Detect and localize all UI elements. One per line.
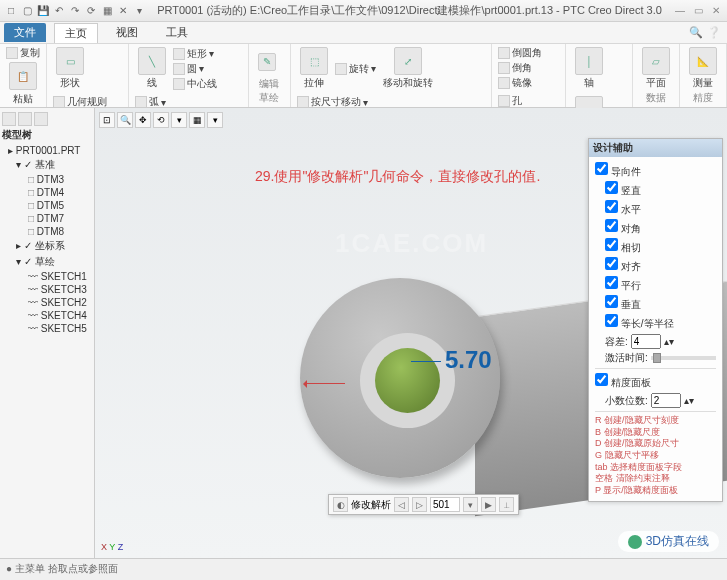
context-toolbar: ◐ 修改解析 ◁ ▷ 501 ▾ ▶ ⟂ [328,494,519,515]
style-icon[interactable]: ▦ [189,112,205,128]
check-diagonal[interactable]: 对角 [605,218,716,237]
tree-header: 模型树 [2,128,92,142]
extrude-button[interactable]: ⬚拉伸 [297,46,331,91]
redo-icon[interactable]: ↷ [68,4,82,18]
axis-button[interactable]: │轴 [572,46,606,91]
tree-item[interactable]: DTM8 [2,225,92,238]
hole-dimension[interactable]: 5.70 [411,346,492,374]
decimals-input[interactable] [651,393,681,408]
check-horizontal[interactable]: 水平 [605,199,716,218]
move-rotate-button[interactable]: ⤢移动和旋转 [380,46,436,91]
ctx-cmd-icon[interactable]: ◐ [333,497,348,512]
ribbon-tabs: 文件 主页 视图 工具 🔍 ❔ [0,22,727,44]
tree-item[interactable]: 〰 SKETCH1 [2,270,92,283]
tree-filter-icon[interactable] [18,112,32,126]
check-equal[interactable]: 等长/等半径 [605,313,716,332]
pan-icon[interactable]: ✥ [135,112,151,128]
minimize-icon[interactable]: — [673,4,687,18]
dim-move-button[interactable]: 按尺寸移动▾ [297,95,368,109]
tree-item[interactable]: DTM3 [2,173,92,186]
ctx-value-input[interactable]: 501 [430,497,460,512]
brand-icon [628,535,642,549]
spinner-icon[interactable]: ▴▾ [684,395,694,406]
line-button[interactable]: ╲线 [135,46,169,91]
tree-sketch-group[interactable]: ▾ ✓ 草绘 [2,254,92,270]
tools-tab[interactable]: 工具 [156,23,198,42]
delay-slider[interactable] [651,356,716,360]
windows-icon[interactable]: ▦ [100,4,114,18]
hole-button[interactable]: 孔 [498,94,532,108]
tree-item[interactable]: DTM7 [2,212,92,225]
tolerance-row: 容差: ▴▾ [605,334,716,349]
edit-sketch-button[interactable]: ✎ [255,52,279,72]
tolerance-input[interactable] [631,334,661,349]
window-title: PRT0001 (活动的) E:\Creo工作目录\工作文件\0912\Dire… [146,3,673,18]
check-perp[interactable]: 垂直 [605,294,716,313]
rotate-icon[interactable]: ⟲ [153,112,169,128]
delay-row: 激活时间: [605,351,716,365]
close-win-icon[interactable]: ✕ [116,4,130,18]
copy-button[interactable]: 复制 [6,46,40,60]
measure-button[interactable]: 📐测量 [686,46,720,91]
tree-item[interactable]: DTM4 [2,186,92,199]
search-icon[interactable]: 🔍 [689,26,703,39]
ctx-next-icon[interactable]: ▷ [412,497,427,512]
precision-section-check[interactable]: 精度面板 [595,372,716,391]
save-icon[interactable]: 💾 [36,4,50,18]
close-icon[interactable]: ✕ [709,4,723,18]
ctx-prev-icon[interactable]: ◁ [394,497,409,512]
ctx-accept-icon[interactable]: ▶ [481,497,496,512]
decimals-row: 小数位数: ▴▾ [595,393,716,408]
geom-rule-button[interactable]: 几何规则 [53,95,107,109]
new-icon[interactable]: □ [4,4,18,18]
view-dd-icon[interactable]: ▾ [171,112,187,128]
view-tab[interactable]: 视图 [106,23,148,42]
instruction-annotation: 29.使用"修改解析"几何命令，直接修改孔的值. [255,168,540,186]
tree-csys-group[interactable]: ▸ ✓ 坐标系 [2,238,92,254]
check-align[interactable]: 对齐 [605,256,716,275]
more-icon[interactable]: ▾ [132,4,146,18]
chamfer-button[interactable]: 倒角 [498,61,542,75]
tree-item[interactable]: 〰 SKETCH4 [2,309,92,322]
check-tangent[interactable]: 相切 [605,237,716,256]
style-dd-icon[interactable]: ▾ [207,112,223,128]
tree-expand-icon[interactable] [2,112,16,126]
tree-settings-icon[interactable] [34,112,48,126]
paste-button[interactable]: 📋粘贴 [6,61,40,107]
fit-icon[interactable]: ⊡ [99,112,115,128]
home-tab[interactable]: 主页 [54,23,98,43]
arc-button[interactable]: 弧▾ [135,95,169,109]
mirror-button[interactable]: 镜像 [498,76,542,90]
undo-icon[interactable]: ↶ [52,4,66,18]
shape-select-button[interactable]: ▭形状 [53,46,87,91]
circle-button[interactable]: 圆▾ [173,62,217,76]
spinner-icon[interactable]: ▴▾ [664,336,674,347]
tree-root[interactable]: ▸ PRT0001.PRT [2,144,92,157]
precision-group: 📐测量 精度 [680,44,727,107]
tree-item[interactable]: 〰 SKETCH5 [2,322,92,335]
graphics-viewport[interactable]: ⊡ 🔍 ✥ ⟲ ▾ ▦ ▾ 29.使用"修改解析"几何命令，直接修改孔的值. 5… [95,108,727,558]
centerline-button[interactable]: 中心线 [173,77,217,91]
editsketch-group: ✎ 编辑草绘 [249,44,292,107]
zoom-icon[interactable]: 🔍 [117,112,133,128]
help-icon[interactable]: ❔ [707,26,721,39]
regen-icon[interactable]: ⟳ [84,4,98,18]
ctx-cancel-icon[interactable]: ⟂ [499,497,514,512]
open-icon[interactable]: ▢ [20,4,34,18]
tree-datum-group[interactable]: ▾ ✓ 基准 [2,157,92,173]
revolve-button[interactable]: 旋转▾ [335,62,376,76]
rect-button[interactable]: 矩形▾ [173,47,217,61]
tree-item[interactable]: 〰 SKETCH3 [2,283,92,296]
guide-section-check[interactable]: 导向件 [595,161,716,180]
tree-item[interactable]: DTM5 [2,199,92,212]
model-tree[interactable]: ▸ PRT0001.PRT ▾ ✓ 基准 DTM3 DTM4 DTM5 DTM7… [2,144,92,335]
maximize-icon[interactable]: ▭ [691,4,705,18]
check-parallel[interactable]: 平行 [605,275,716,294]
round-button[interactable]: 倒圆角 [498,46,542,60]
plane2-button[interactable]: ▱平面 [639,46,673,91]
check-vertical[interactable]: 竖直 [605,180,716,199]
file-tab[interactable]: 文件 [4,23,46,42]
tree-item[interactable]: 〰 SKETCH2 [2,296,92,309]
ctx-dd-icon[interactable]: ▾ [463,497,478,512]
status-message: ● 主菜单 拾取点或参照面 [6,562,118,576]
